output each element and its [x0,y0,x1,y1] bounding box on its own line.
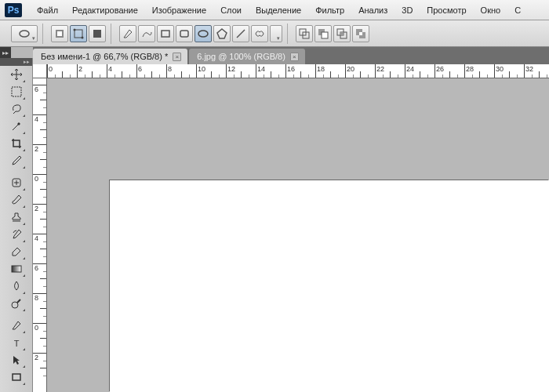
history-tool[interactable] [7,226,26,243]
stamp-icon [10,211,23,223]
shape-layers-icon [53,27,66,40]
document-canvas[interactable] [110,180,549,392]
pen-tool[interactable] [7,317,26,334]
document-tab[interactable]: Без имени-1 @ 66,7% (RGB/8) *× [33,49,187,64]
intersect-icon [336,27,348,40]
document-tab-label: Без имени-1 @ 66,7% (RGB/8) * [41,52,168,61]
heal-tool[interactable] [7,174,26,191]
menu-анализ[interactable]: Анализ [351,2,394,18]
canvas-viewport[interactable] [47,78,549,392]
chevron-right-icon: ▸▸ [2,49,9,56]
shape-icon [10,371,23,383]
document-tab-bar: Без имени-1 @ 66,7% (RGB/8) *×6.jpg @ 10… [33,47,549,64]
move-tool[interactable] [7,66,26,83]
chevron-right-icon: ▸▸ [24,59,30,65]
svg-rect-15 [322,32,328,38]
combine-icon [298,27,311,40]
subtract-button[interactable] [314,25,332,42]
polygon-shape-button[interactable] [213,25,231,42]
polygon-icon [216,27,228,40]
menu-просмотр[interactable]: Просмотр [420,2,473,18]
options-bar [0,20,549,47]
freeform-pen-opt[interactable] [138,25,155,42]
svg-marker-10 [217,29,227,38]
fill-pixels-icon [91,27,104,40]
svg-rect-8 [180,31,188,37]
marquee-icon [10,85,23,98]
close-icon[interactable]: × [290,53,299,61]
svg-rect-18 [340,32,344,35]
ruler-horizontal[interactable]: 0246810121416182022242628303234 [47,64,549,78]
combine-button[interactable] [296,25,313,42]
document-tab[interactable]: 6.jpg @ 100% (RGB/8)× [189,49,305,64]
exclude-icon [354,27,367,40]
crop-tool[interactable] [7,135,26,152]
blur-tool[interactable] [7,278,26,295]
svg-rect-6 [93,30,101,38]
intersect-button[interactable] [333,25,351,42]
fill-pixels-button[interactable] [89,25,106,42]
marquee-tool[interactable] [7,83,26,100]
type-tool[interactable]: T [7,334,26,351]
menu-редактирование[interactable]: Редактирование [65,2,145,18]
menu-3d[interactable]: 3D [394,2,420,18]
close-icon[interactable]: × [173,53,181,61]
shape-options-dropdown[interactable] [270,25,282,42]
subtract-icon [317,27,329,40]
paths-icon [72,27,85,40]
svg-rect-27 [13,374,20,380]
path-select-icon [10,354,23,366]
menu-файл[interactable]: Файл [30,2,65,18]
wand-tool[interactable] [7,118,26,135]
menu-изображение[interactable]: Изображение [145,2,213,18]
ellipse-shape-button[interactable] [195,25,212,42]
svg-line-11 [237,30,245,38]
toolbox-grip[interactable]: ▸▸ [0,58,32,66]
lasso-tool[interactable] [7,100,26,118]
wand-icon [10,120,23,132]
rect-shape-button[interactable] [157,25,174,42]
eraser-tool[interactable] [7,243,26,260]
ellipse-icon [18,27,31,40]
eyedropper-icon [10,154,23,167]
svg-point-4 [74,28,76,31]
work-area: 0246810121416182022242628303234 64202468… [33,64,549,392]
brush-tool[interactable] [7,191,26,209]
rrect-shape-button[interactable] [176,25,193,42]
move-icon [10,68,23,81]
dodge-tool[interactable] [7,295,26,312]
document-tab-label: 6.jpg @ 100% (RGB/8) [197,52,285,61]
menu-выделение[interactable]: Выделение [249,2,308,18]
panel-collapse-grip[interactable]: ▸▸ [0,47,11,58]
app-logo: Ps [5,3,22,17]
rectangle-icon [159,27,172,40]
eraser-icon [10,245,23,258]
shape-tool[interactable] [7,368,26,386]
eyedropper-tool[interactable] [7,152,26,169]
path-select-tool[interactable] [7,351,26,368]
menu-фильтр[interactable]: Фильтр [308,2,351,18]
dodge-icon [10,297,23,310]
exclude-button[interactable] [352,25,369,42]
menu-слои[interactable]: Слои [213,2,249,18]
menu-окно[interactable]: Окно [474,2,508,18]
svg-rect-21 [359,32,362,35]
menu-с[interactable]: С [507,2,528,18]
heal-icon [10,176,23,189]
paths-button[interactable] [70,25,87,42]
shape-layers-button[interactable] [51,25,68,42]
ruler-origin[interactable] [33,64,47,78]
stamp-tool[interactable] [7,209,26,226]
line-shape-button[interactable] [232,25,249,42]
ruler-vertical[interactable]: 6420246802 [33,78,47,392]
pen-tool-opt[interactable] [119,25,136,42]
gradient-tool[interactable] [7,260,26,278]
custom-shape-button[interactable] [251,25,268,42]
history-icon [10,228,23,241]
svg-rect-22 [12,87,21,96]
svg-rect-7 [162,31,169,37]
tool-preset-picker[interactable] [11,25,38,42]
lasso-icon [10,103,23,115]
freeform-pen-icon [140,27,153,40]
crop-icon [10,137,23,150]
